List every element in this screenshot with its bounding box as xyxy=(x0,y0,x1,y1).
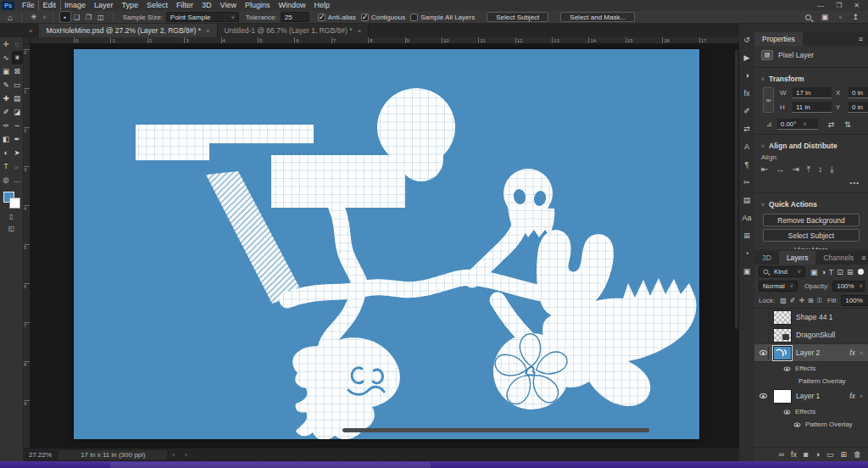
collapse-effects-icon[interactable]: ˄ xyxy=(860,393,865,399)
tool-preset-caret-icon[interactable]: ˅ xyxy=(43,14,47,20)
filter-adjustment-layers-icon[interactable]: ◑ xyxy=(819,268,826,276)
tab-3d[interactable]: 3D xyxy=(754,251,779,265)
quick-mask-icon[interactable]: ▯ xyxy=(9,213,13,220)
eye-icon[interactable] xyxy=(784,366,791,370)
align-horizontal-centers[interactable]: ↔ xyxy=(776,164,784,175)
layer-style-icon[interactable]: fx xyxy=(791,450,797,459)
scissors-icon[interactable]: ✂ xyxy=(739,173,754,191)
timeline-icon[interactable]: ◔ xyxy=(739,244,754,262)
new-group-icon[interactable]: ▭ xyxy=(826,450,834,459)
menu-item[interactable]: File xyxy=(18,0,39,11)
magic-wand-tool[interactable]: ✳ xyxy=(12,51,23,64)
menu-item[interactable]: 3D xyxy=(198,0,216,11)
x-field[interactable]: 0 in xyxy=(849,87,868,98)
menu-item[interactable]: Help xyxy=(310,0,335,11)
effects-row[interactable]: Effects xyxy=(754,405,868,418)
layer-thumbnail[interactable] xyxy=(773,389,792,404)
menu-item[interactable]: Filter xyxy=(172,0,198,11)
align-left-edges[interactable]: ⇤ xyxy=(761,164,768,175)
layer-row-layer2[interactable]: Layer 2 fx ˄ xyxy=(754,344,868,362)
magic-wand-tool-icon[interactable]: ✳ xyxy=(28,13,40,21)
dodge-tool[interactable]: ◐ xyxy=(1,146,12,159)
flip-horizontal-icon[interactable]: ⇄ xyxy=(828,120,835,129)
zoom-level-field[interactable]: 27.22% xyxy=(24,451,58,459)
filter-pixel-layers-icon[interactable]: ▣ xyxy=(809,268,820,276)
select-subject-button[interactable]: Select Subject xyxy=(763,229,860,242)
history-icon[interactable]: ↺ xyxy=(739,31,754,48)
history-brush-tool[interactable]: ✑ xyxy=(1,119,12,132)
menu-item[interactable]: Edit xyxy=(39,0,61,11)
tab-layers[interactable]: Layers xyxy=(779,251,816,265)
actions-icon[interactable]: ▶ xyxy=(739,48,754,66)
checkbox[interactable] xyxy=(318,14,326,21)
zoom-tool[interactable]: ◎ xyxy=(1,173,12,187)
remove-background-button[interactable]: Remove Background xyxy=(763,214,860,226)
layer-mask-icon[interactable]: ◙ xyxy=(804,450,808,459)
fx-badge[interactable]: fx xyxy=(849,392,855,400)
add-to-selection[interactable]: ❏ xyxy=(72,12,82,22)
home-icon[interactable]: ⌂ xyxy=(5,13,15,22)
visibility-toggle[interactable] xyxy=(758,390,769,403)
chevron-down-icon[interactable]: ˅ xyxy=(838,14,842,20)
paragraph-icon[interactable]: ¶ xyxy=(739,155,754,173)
align-more-icon[interactable]: ••• xyxy=(754,177,868,190)
fx-badge[interactable]: fx xyxy=(849,348,855,357)
search-icon[interactable] xyxy=(805,14,811,20)
character-icon[interactable]: A xyxy=(739,137,754,155)
taskbar-active-window-segment[interactable] xyxy=(110,462,431,468)
visibility-toggle[interactable] xyxy=(758,329,769,342)
smudge-tool[interactable]: ∽ xyxy=(12,119,23,132)
menu-item[interactable]: Plugins xyxy=(241,0,275,11)
fill-select[interactable]: 100% ˅ xyxy=(841,295,868,306)
new-selection[interactable]: ▪ xyxy=(60,12,70,22)
status-arrow-left-icon[interactable]: ‹ xyxy=(180,451,192,459)
path-select-tool[interactable]: ➤ xyxy=(12,146,23,159)
gradient-tool[interactable]: ◧ xyxy=(1,132,12,146)
vertical-scrollbar[interactable] xyxy=(735,49,738,329)
layer-thumbnail[interactable] xyxy=(773,310,792,325)
eyedropper-tool[interactable]: ✎ xyxy=(1,78,12,92)
horizontal-ruler[interactable]: 01234567891011121314151617 xyxy=(31,37,739,44)
select-subject-button[interactable]: Select Subject xyxy=(487,12,548,22)
tab-properties[interactable]: Properties xyxy=(754,32,803,46)
select-and-mask-button[interactable]: Select and Mask... xyxy=(560,12,635,22)
pattern-overlay-row[interactable]: Pattern Overlay xyxy=(754,375,868,387)
minimize-button[interactable]: — xyxy=(817,2,824,9)
layer-thumbnail[interactable] xyxy=(773,346,792,360)
visibility-toggle[interactable] xyxy=(758,347,769,359)
adjustment-layer-icon[interactable]: ◑ xyxy=(815,450,820,459)
spot-healing-tool[interactable]: ✚ xyxy=(1,92,12,105)
transform-section-header[interactable]: ˅ Transform xyxy=(754,70,868,86)
menu-item[interactable]: View xyxy=(216,0,241,11)
visibility-toggle[interactable] xyxy=(758,311,769,324)
panel-menu-icon[interactable]: ≡ xyxy=(861,254,868,262)
menu-item[interactable]: Window xyxy=(275,0,310,11)
vertical-ruler[interactable]: 0123456789 xyxy=(24,44,31,448)
clone-stamp-tool[interactable]: ▤ xyxy=(12,92,23,105)
menu-item[interactable]: Layer xyxy=(90,0,118,11)
effects-row[interactable]: Effects xyxy=(754,362,868,375)
filter-type-layers-icon[interactable]: T xyxy=(827,268,836,276)
ruler-origin-corner[interactable] xyxy=(24,37,31,44)
lock-pixels-icon[interactable]: ✐ xyxy=(788,297,798,305)
new-layer-icon[interactable]: ⊞ xyxy=(840,450,847,459)
link-dimensions-icon[interactable]: ∞ xyxy=(763,87,774,113)
layer-thumbnail[interactable] xyxy=(773,328,792,343)
menu-item[interactable]: Type xyxy=(118,0,143,11)
lock-position-icon[interactable]: ✛ xyxy=(797,297,806,305)
height-field[interactable]: 11 in xyxy=(793,102,832,113)
pen-tool[interactable]: ✒ xyxy=(12,132,23,146)
layer-row-shape44[interactable]: Shape 44 1 xyxy=(754,309,868,326)
document-tab[interactable]: MoxHoleMine.psd @ 27.2% (Layer 2, RGB/8#… xyxy=(39,24,217,37)
hand-tool[interactable]: ☞ xyxy=(12,159,23,173)
menu-item[interactable]: Select xyxy=(142,0,172,11)
horizontal-scrollbar[interactable] xyxy=(342,428,649,432)
brush-tool[interactable]: ✐ xyxy=(1,105,12,119)
eraser-tool[interactable]: ◪ xyxy=(12,105,23,119)
checkbox[interactable] xyxy=(410,14,418,21)
layer-row-dragonskull[interactable]: DragonSkull xyxy=(754,326,868,344)
screen-mode-icon[interactable]: ◱ xyxy=(8,225,15,232)
document-info[interactable]: 17 in x 11 in (300 ppi) xyxy=(58,450,167,460)
status-arrow-right-icon[interactable]: › xyxy=(167,451,180,459)
filter-shape-layers-icon[interactable]: ⊡ xyxy=(835,268,845,276)
